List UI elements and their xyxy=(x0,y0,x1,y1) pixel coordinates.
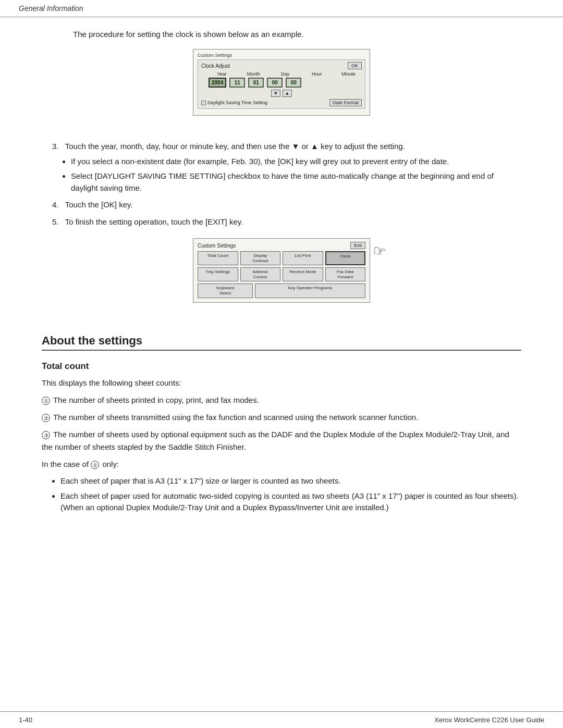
screen1-top-row: Clock Adjust OK xyxy=(201,62,362,69)
step-4: 4. Touch the [OK] key. xyxy=(52,199,521,211)
screen1-mockup: Custom Settings Clock Adjust OK Year Mon… xyxy=(193,49,370,116)
total-count-intro: This displays the following sheet counts… xyxy=(42,377,521,389)
screen2-wrapper: Custom Settings Exit Total Count Display… xyxy=(42,238,521,315)
step-3-number: 3. xyxy=(52,142,63,151)
screen1-bottom-row: Daylight Saving Time Setting Date Format xyxy=(201,99,362,106)
screen1-wrapper: Custom Settings Clock Adjust OK Year Mon… xyxy=(42,49,521,128)
cursor-arrow-icon: ☞ xyxy=(371,241,387,261)
exit-button[interactable]: Exit xyxy=(350,242,365,249)
btn-display-contrast[interactable]: DisplayContrast xyxy=(240,251,281,265)
screen2-row1: Total Count DisplayContrast List Print C… xyxy=(198,251,365,265)
total-count-item3: ③ The number of sheets used by optional … xyxy=(42,428,521,453)
screen1-value-row: 2004 11 01 00 00 xyxy=(201,78,362,88)
btn-key-operator-programs[interactable]: Key Operator Programs xyxy=(255,283,365,298)
circle-2: ② xyxy=(42,414,50,422)
arrow-up-button[interactable]: ▲ xyxy=(283,90,292,97)
total-count-heading: Total count xyxy=(42,361,521,372)
screen2-title: Custom Settings xyxy=(198,243,236,249)
arrow-down-button[interactable]: ▼ xyxy=(271,90,280,97)
value-year[interactable]: 2004 xyxy=(209,78,226,88)
page-header: General Information xyxy=(0,0,563,17)
btn-tray-settings[interactable]: Tray Settings xyxy=(198,267,238,281)
about-section-heading: About the settings xyxy=(42,334,521,351)
btn-total-count[interactable]: Total Count xyxy=(198,251,238,265)
label-hour: Hour xyxy=(303,71,330,77)
step-3-bullets: If you select a non-existent date (for e… xyxy=(71,156,521,194)
value-month[interactable]: 11 xyxy=(229,78,245,88)
step-3-bullet-2: Select [DAYLIGHT SAVING TIME SETTING] ch… xyxy=(71,170,521,194)
label-day: Day xyxy=(272,71,299,77)
date-format-button[interactable]: Date Format xyxy=(329,99,362,106)
step-5-text: To finish the setting operation, touch t… xyxy=(65,217,243,226)
screen1-ok-button[interactable]: OK xyxy=(348,62,362,69)
daylight-checkbox[interactable] xyxy=(201,101,206,105)
daylight-checkbox-area: Daylight Saving Time Setting xyxy=(201,100,267,105)
circle-1: ① xyxy=(42,397,50,405)
circle-3: ③ xyxy=(42,431,50,439)
btn-fax-data-forward[interactable]: Fax DataForward xyxy=(325,267,366,281)
total-count-item1: ① The number of sheets printed in copy, … xyxy=(42,394,521,406)
value-minute[interactable]: 00 xyxy=(286,78,301,88)
step-4-number: 4. xyxy=(52,200,63,209)
btn-list-print[interactable]: List Print xyxy=(283,251,323,265)
total-count-bullets: Each sheet of paper that is A3 (11" x 17… xyxy=(60,475,521,514)
footer-page-number: 1-40 xyxy=(19,716,32,724)
screen1-section-label: Clock Adjust xyxy=(201,63,230,69)
screen2-title-row: Custom Settings Exit xyxy=(198,242,365,249)
footer-product-name: Xerox WorkCentre C226 User Guide xyxy=(434,716,544,724)
btn-clock[interactable]: Clock xyxy=(325,251,366,265)
screen1-arrows: ▼ ▲ xyxy=(201,90,362,97)
step-3-text: Touch the year, month, day, hour or minu… xyxy=(65,142,405,151)
note-intro-para: In the case of ① only: xyxy=(42,458,521,470)
step-4-text: Touch the [OK] key. xyxy=(65,200,133,209)
note-circle: ① xyxy=(91,461,99,469)
label-minute: Minute xyxy=(335,71,362,77)
intro-paragraph: The procedure for setting the clock is s… xyxy=(73,30,521,39)
step-5: 5. To finish the setting operation, touc… xyxy=(52,216,521,228)
total-count-item2: ② The number of sheets transmitted using… xyxy=(42,411,521,423)
screen2-row3: KeyboardSelect Key Operator Programs xyxy=(198,283,365,298)
label-month: Month xyxy=(240,71,267,77)
screen1-inner: Clock Adjust OK Year Month Day Hour Minu… xyxy=(198,59,365,109)
header-title: General Information xyxy=(19,4,83,13)
page-footer: 1-40 Xerox WorkCentre C226 User Guide xyxy=(0,711,563,728)
btn-receive-mode[interactable]: Receive Mode xyxy=(283,267,323,281)
step-3: 3. Touch the year, month, day, hour or m… xyxy=(52,141,521,194)
value-day[interactable]: 01 xyxy=(248,78,264,88)
step-5-number: 5. xyxy=(52,217,63,226)
main-content: The procedure for setting the clock is s… xyxy=(0,17,563,559)
step-3-bullet-1: If you select a non-existent date (for e… xyxy=(71,156,521,168)
label-year: Year xyxy=(209,71,235,77)
screen2-mockup: Custom Settings Exit Total Count Display… xyxy=(193,238,370,303)
steps-list: 3. Touch the year, month, day, hour or m… xyxy=(52,141,521,228)
btn-address-control[interactable]: AddressControl xyxy=(240,267,281,281)
btn-keyboard-select[interactable]: KeyboardSelect xyxy=(198,283,253,298)
bullet-duplex: Each sheet of paper used for automatic t… xyxy=(60,490,521,514)
screen1-title: Custom Settings xyxy=(198,53,365,58)
screen2-row2: Tray Settings AddressControl Receive Mod… xyxy=(198,267,365,281)
value-hour[interactable]: 00 xyxy=(267,78,283,88)
screen1-label-row: Year Month Day Hour Minute xyxy=(201,71,362,77)
daylight-label: Daylight Saving Time Setting xyxy=(207,100,267,105)
bullet-a3: Each sheet of paper that is A3 (11" x 17… xyxy=(60,475,521,487)
